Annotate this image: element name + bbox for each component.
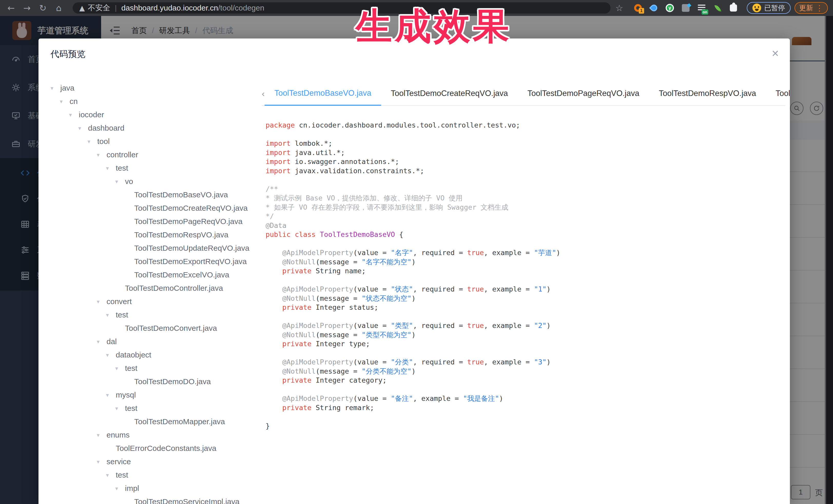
browser-forward-icon[interactable]: → <box>21 3 33 13</box>
caret-down-icon[interactable]: ▾ <box>106 165 112 171</box>
tree-file[interactable]: ▾ToolTestDemoServiceImpl.java <box>51 495 256 504</box>
file-tab[interactable]: ToolTestDemoPageReqVO.java <box>518 81 649 106</box>
update-label: 更新 <box>799 3 813 13</box>
extension-icon-drop[interactable] <box>649 3 659 13</box>
code-line: * 测试示例 Base VO，提供给添加、修改、详细的子 VO 使用 <box>266 193 779 203</box>
tree-file[interactable]: ▾ToolTestDemoConvert.java <box>51 321 256 335</box>
profile-paused-chip[interactable]: 已暂停 <box>747 2 791 14</box>
caret-down-icon[interactable]: ▾ <box>97 338 102 345</box>
extensions-puzzle-icon[interactable] <box>729 3 738 13</box>
tree-node-label: tool <box>97 137 110 146</box>
caret-down-icon[interactable]: ▾ <box>88 138 93 145</box>
green-circle-icon: y <box>666 4 674 12</box>
file-tab[interactable]: ToolTestDemoBaseVO.java <box>265 81 381 106</box>
caret-down-icon[interactable]: ▾ <box>51 85 56 91</box>
tree-node-label: ToolTestDemoDO.java <box>134 377 211 386</box>
tree-file[interactable]: ▾ToolTestDemoMapper.java <box>51 415 256 428</box>
extension-badge: 1 <box>639 8 644 14</box>
tree-node-label: ToolTestDemoExportReqVO.java <box>134 257 247 266</box>
tree-folder[interactable]: ▾test <box>51 468 256 482</box>
tree-node-label: service <box>106 457 131 466</box>
tree-folder[interactable]: ▾iocoder <box>51 108 256 121</box>
file-tab[interactable]: ToolTe <box>766 81 790 106</box>
extension-icons: 1 y ◆ on <box>633 0 738 16</box>
caret-down-icon[interactable]: ▾ <box>60 98 66 105</box>
tree-folder[interactable]: ▾dal <box>51 335 256 348</box>
browser-back-icon[interactable]: ← <box>5 3 18 13</box>
not-secure-warning-icon: ▲ <box>79 4 85 12</box>
extension-icon-green-circle[interactable]: y <box>665 3 674 13</box>
extension-icon-list[interactable]: on <box>697 3 706 13</box>
tree-file[interactable]: ▾ToolTestDemoDO.java <box>51 375 256 388</box>
caret-down-icon[interactable]: ▾ <box>115 365 121 371</box>
tree-file[interactable]: ▾ToolTestDemoRespVO.java <box>51 228 256 241</box>
extension-icon-orange[interactable]: 1 <box>633 3 643 13</box>
file-tab[interactable]: ToolTestDemoCreateReqVO.java <box>381 81 518 106</box>
tree-file[interactable]: ▾ToolTestDemoUpdateReqVO.java <box>51 241 256 255</box>
tree-folder[interactable]: ▾impl <box>51 482 256 495</box>
caret-down-icon[interactable]: ▾ <box>97 459 102 465</box>
code-line: /** <box>266 185 779 194</box>
tabs-scroll-left-icon[interactable]: ‹ <box>262 81 265 105</box>
extension-icon-sprout[interactable] <box>713 3 722 13</box>
code-line <box>266 349 779 358</box>
tree-folder[interactable]: ▾dataobject <box>51 348 256 362</box>
screen: ← → ↻ ⌂ ▲ 不安全 | dashboard.yudao.iocoder.… <box>0 0 833 504</box>
caret-down-icon[interactable]: ▾ <box>69 112 75 118</box>
code-line: @ApiModelProperty(value = "备注", example … <box>266 394 779 403</box>
tree-node-label: ToolTestDemoPageReqVO.java <box>134 217 242 226</box>
caret-down-icon[interactable]: ▾ <box>97 432 102 438</box>
tree-folder[interactable]: ▾test <box>51 362 256 375</box>
caret-down-icon[interactable]: ▾ <box>106 352 112 358</box>
tree-folder[interactable]: ▾tool <box>51 135 256 148</box>
tree-folder[interactable]: ▾controller <box>51 148 256 162</box>
tree-file[interactable]: ▾ToolTestDemoPageReqVO.java <box>51 215 256 228</box>
tree-folder[interactable]: ▾test <box>51 402 256 415</box>
caret-down-icon[interactable]: ▾ <box>106 472 112 478</box>
right-panel-strip[interactable] <box>825 16 833 504</box>
tree-file[interactable]: ▾ToolErrorCodeConstants.java <box>51 442 256 455</box>
file-tab[interactable]: ToolTestDemoRespVO.java <box>649 81 766 106</box>
tree-folder[interactable]: ▾dashboard <box>51 121 256 135</box>
tree-folder[interactable]: ▾cn <box>51 95 256 108</box>
browser-menu-icon[interactable]: ⋮ <box>815 4 823 13</box>
tree-file[interactable]: ▾ToolTestDemoExcelVO.java <box>51 268 256 282</box>
tree-folder[interactable]: ▾enums <box>51 428 256 442</box>
browser-reload-icon[interactable]: ↻ <box>37 3 49 13</box>
caret-down-icon[interactable]: ▾ <box>106 312 112 318</box>
caret-down-icon[interactable]: ▾ <box>97 152 102 158</box>
tree-folder[interactable]: ▾vo <box>51 175 256 188</box>
browser-update-button[interactable]: 更新 ⋮ <box>794 2 828 14</box>
bookmark-star-icon[interactable]: ☆ <box>615 3 623 13</box>
tree-file[interactable]: ▾ToolTestDemoCreateReqVO.java <box>51 201 256 215</box>
tree-folder[interactable]: ▾test <box>51 308 256 321</box>
diamond-icon: ◆ <box>687 2 691 8</box>
tree-file[interactable]: ▾ToolTestDemoBaseVO.java <box>51 188 256 201</box>
tree-file[interactable]: ▾ToolTestDemoController.java <box>51 282 256 295</box>
address-bar[interactable]: ▲ 不安全 | dashboard.yudao.iocoder.cn/tool/… <box>73 2 611 14</box>
tree-file[interactable]: ▾ToolTestDemoExportReqVO.java <box>51 255 256 268</box>
close-icon[interactable]: ✕ <box>771 48 779 59</box>
caret-down-icon[interactable]: ▾ <box>78 125 84 131</box>
code-line: import io.swagger.annotations.*; <box>266 157 779 166</box>
tree-folder[interactable]: ▾mysql <box>51 388 256 402</box>
tree-folder[interactable]: ▾convert <box>51 295 256 308</box>
caret-down-icon[interactable]: ▾ <box>115 485 121 492</box>
code-line: @ApiModelProperty(value = "类型", required… <box>266 321 779 330</box>
caret-down-icon[interactable]: ▾ <box>115 178 121 185</box>
code-line <box>266 275 779 285</box>
browser-home-icon[interactable]: ⌂ <box>52 3 65 13</box>
caret-down-icon[interactable]: ▾ <box>106 392 112 398</box>
code-line: private String name; <box>266 266 779 275</box>
tree-folder[interactable]: ▾service <box>51 455 256 468</box>
caret-down-icon[interactable]: ▾ <box>115 405 121 412</box>
code-line <box>266 130 779 139</box>
tree-node-label: java <box>60 83 74 92</box>
code-line: @ApiModelProperty(value = "状态", required… <box>266 285 779 294</box>
caret-down-icon[interactable]: ▾ <box>97 298 102 305</box>
tree-node-label: ToolTestDemoBaseVO.java <box>134 190 228 199</box>
code-line: @NotNull(message = "状态不能为空") <box>266 294 779 303</box>
extension-icon-grid[interactable]: ◆ <box>681 3 690 13</box>
tree-folder[interactable]: ▾test <box>51 162 256 175</box>
tree-folder[interactable]: ▾java <box>51 81 256 95</box>
